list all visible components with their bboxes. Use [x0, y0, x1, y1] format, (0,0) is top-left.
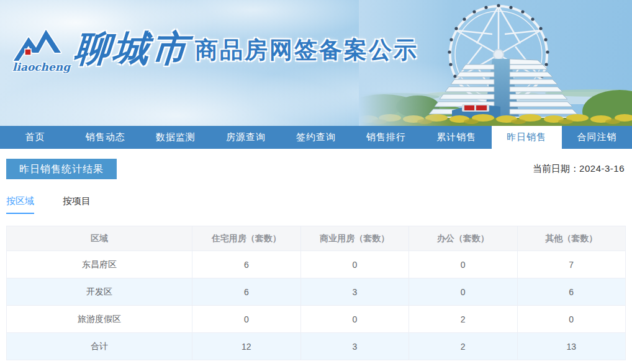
nav-item-sales-ranking[interactable]: 销售排行 — [351, 126, 422, 149]
table-cell: 0 — [517, 306, 626, 333]
nav-item-listings-search[interactable]: 房源查询 — [210, 126, 281, 149]
nav-item-data-monitor[interactable]: 数据监测 — [140, 126, 210, 149]
table-cell: 6 — [517, 278, 626, 306]
table-cell: 0 — [300, 251, 409, 278]
table-cell: 7 — [517, 251, 626, 278]
col-header-office: 办公（套数） — [409, 226, 517, 251]
region-cell: 旅游度假区 — [7, 306, 192, 333]
col-header-commercial: 商业用房（套数） — [300, 226, 409, 251]
table-cell: 0 — [409, 251, 517, 278]
table-cell: 3 — [300, 278, 409, 306]
table-cell: 3 — [300, 333, 409, 360]
nav-item-contract-cancel[interactable]: 合同注销 — [562, 126, 632, 149]
table-cell: 2 — [409, 333, 517, 360]
page: liaocheng 聊城市 商品房网签备案公示 首页 销售动态 数据监测 房源查… — [0, 0, 632, 364]
table-row: 东昌府区 6 0 0 7 — [7, 251, 626, 278]
page-title: 昨日销售统计结果 — [6, 159, 117, 179]
nav-item-signing-search[interactable]: 签约查询 — [281, 126, 351, 149]
table-cell: 13 — [517, 333, 626, 360]
view-tabs: 按区域 按项目 — [6, 195, 626, 214]
table-row: 开发区 6 3 0 6 — [7, 278, 626, 306]
logo-city-name: 聊城市 — [73, 25, 191, 72]
table-cell: 0 — [409, 278, 517, 306]
table-cell: 12 — [192, 333, 300, 360]
nav-item-home[interactable]: 首页 — [0, 126, 70, 149]
site-banner: liaocheng 聊城市 商品房网签备案公示 — [0, 0, 632, 126]
site-title: 商品房网签备案公示 — [195, 25, 418, 76]
site-logo-area: liaocheng 聊城市 商品房网签备案公示 — [11, 25, 418, 76]
section-head: 昨日销售统计结果 当前日期：2024-3-16 — [6, 159, 626, 179]
table-cell: 0 — [300, 306, 409, 333]
table-total-row: 合计 12 3 2 13 — [7, 333, 626, 360]
current-date-value: 2024-3-16 — [579, 163, 625, 174]
table-cell: 6 — [192, 278, 300, 306]
table-header-row: 区域 住宅用房（套数） 商业用房（套数） 办公（套数） 其他（套数） — [7, 226, 626, 251]
col-header-residential: 住宅用房（套数） — [192, 226, 300, 251]
table-cell: 0 — [192, 306, 300, 333]
nav-item-yesterday-sales[interactable]: 昨日销售 — [492, 126, 562, 149]
tab-by-project[interactable]: 按项目 — [63, 195, 91, 214]
region-cell: 合计 — [7, 333, 192, 360]
logo-script-text: liaocheng — [12, 61, 71, 73]
liaocheng-m-logo-icon: liaocheng — [11, 25, 72, 76]
table-cell: 6 — [192, 251, 300, 278]
current-date-label: 当前日期： — [533, 163, 579, 174]
table-cell: 2 — [409, 306, 517, 333]
current-date: 当前日期：2024-3-16 — [533, 163, 626, 175]
table-row: 旅游度假区 0 0 2 0 — [7, 306, 626, 333]
col-header-region: 区域 — [7, 226, 192, 251]
region-cell: 开发区 — [7, 278, 192, 306]
main-nav: 首页 销售动态 数据监测 房源查询 签约查询 销售排行 累计销售 昨日销售 合同… — [0, 126, 632, 149]
sales-stats-table: 区域 住宅用房（套数） 商业用房（套数） 办公（套数） 其他（套数） 东昌府区 … — [6, 226, 626, 360]
tab-by-region[interactable]: 按区域 — [6, 195, 34, 214]
region-cell: 东昌府区 — [7, 251, 192, 278]
main-content: 昨日销售统计结果 当前日期：2024-3-16 按区域 按项目 区域 住宅用房（… — [0, 159, 632, 360]
nav-item-sales-trends[interactable]: 销售动态 — [70, 126, 140, 149]
nav-item-total-sales[interactable]: 累计销售 — [422, 126, 492, 149]
col-header-other: 其他（套数） — [517, 226, 626, 251]
